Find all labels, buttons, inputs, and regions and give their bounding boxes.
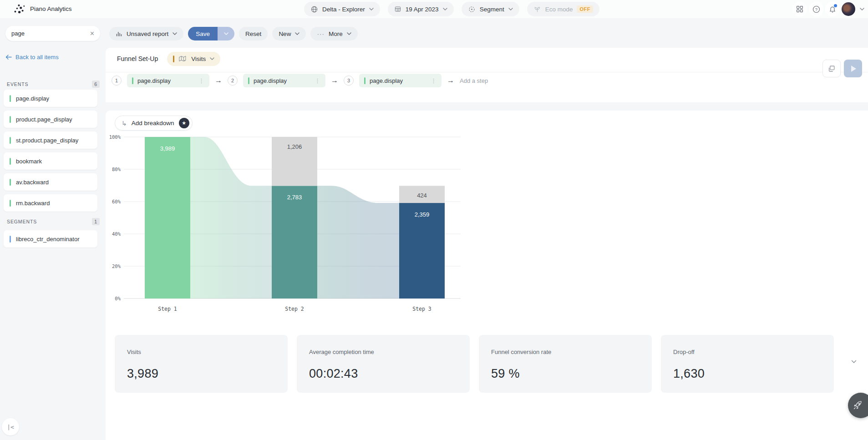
collapse-sidebar-button[interactable]: |<	[2, 418, 19, 435]
segment-item[interactable]: libreco_ctr_denominator	[4, 230, 97, 248]
metric-label: Funnel conversion rate	[491, 349, 640, 355]
segment-selector[interactable]: Segment	[462, 2, 519, 16]
event-item[interactable]: product.page_display	[4, 111, 97, 128]
more-dots: ···	[317, 30, 325, 37]
funnel-bar-step1[interactable]	[145, 137, 190, 298]
notification-dot	[834, 4, 837, 7]
date-selector[interactable]: 19 Apr 2023	[388, 2, 454, 16]
save-split-button: Save	[188, 27, 234, 40]
metric-value: 59 %	[491, 367, 640, 381]
main-area: Unsaved report Save Reset New ··· More F…	[106, 18, 868, 440]
top-bar: Piano Analytics Delta - Explorer 19 Apr …	[0, 0, 868, 18]
metric-card-conversion-rate: Funnel conversion rate 59 %	[479, 335, 652, 393]
event-accent-bar	[10, 95, 11, 102]
metric-card-drop-off: Drop-off 1,630	[661, 335, 834, 393]
clear-search-icon[interactable]: ×	[90, 30, 94, 37]
reset-button[interactable]: Reset	[239, 27, 268, 40]
run-funnel-button[interactable]	[844, 60, 862, 77]
x-axis-label: Step 3	[412, 306, 431, 312]
funnel-chart: 100%80%60%40%20%0%3,989Step 12,7831,206S…	[106, 133, 588, 315]
metric-accent-bar	[173, 56, 174, 62]
events-count-badge: 6	[92, 81, 100, 88]
svg-text:?: ?	[815, 6, 817, 11]
report-name-selector[interactable]: Unsaved report	[109, 27, 183, 40]
event-label: av.backward	[16, 179, 49, 186]
sidebar-search: ×	[5, 26, 100, 41]
funnel-flow	[190, 137, 272, 298]
duplicate-button[interactable]	[822, 60, 841, 77]
funnel-bar-step2[interactable]	[272, 186, 317, 298]
event-item[interactable]: bookmark	[4, 152, 97, 170]
breakdown-arrow-icon: ↳	[122, 120, 127, 127]
step-menu-icon[interactable]: ⋮	[198, 77, 204, 84]
event-item[interactable]: av.backward	[4, 173, 97, 191]
add-step-button[interactable]: Add a step	[460, 77, 488, 84]
event-label: bookmark	[16, 158, 42, 165]
funnel-metric-selector[interactable]: Visits	[167, 52, 220, 66]
event-item[interactable]: page.display	[4, 90, 97, 107]
step-accent-bar	[248, 77, 249, 84]
metric-label: Drop-off	[673, 349, 822, 355]
x-axis-label: Step 1	[158, 306, 177, 312]
step-menu-icon[interactable]: ⋮	[431, 77, 437, 84]
event-label: rm.backward	[16, 200, 50, 207]
event-item[interactable]: st.product.page_display	[4, 131, 97, 149]
segment-target-icon	[468, 5, 476, 13]
help-button[interactable]: ?	[809, 2, 823, 16]
metric-card-completion-time: Average completion time 00:02:43	[297, 335, 470, 393]
event-label: st.product.page_display	[16, 137, 78, 144]
metric-value: 1,630	[673, 367, 822, 381]
chevron-down-icon	[295, 32, 299, 35]
expand-metrics-chevron-icon[interactable]	[851, 360, 857, 364]
dropoff-value-label: 424	[417, 192, 427, 199]
segments-section-header: SEGMENTS 1	[7, 218, 100, 225]
funnel-step[interactable]: page.display ⋮	[359, 74, 442, 87]
events-header-label: EVENTS	[7, 81, 28, 87]
apps-grid-button[interactable]	[792, 2, 807, 16]
account-chevron-icon[interactable]	[860, 8, 864, 10]
funnel-step[interactable]: page.display ⋮	[127, 74, 209, 87]
chevron-down-icon	[369, 8, 374, 10]
workspace-selector[interactable]: Delta - Explorer	[304, 2, 380, 16]
brand: Piano Analytics	[14, 3, 72, 15]
collapse-icon: |<	[7, 424, 14, 430]
play-icon	[851, 66, 856, 72]
back-link-label: Back to all items	[15, 54, 59, 61]
add-breakdown-button[interactable]: ↳ Add breakdown ★	[115, 116, 193, 131]
left-sidebar: × Back to all items EVENTS 6 page.displa…	[0, 18, 106, 440]
arrow-right-icon: →	[331, 76, 338, 85]
funnel-metric-label: Visits	[191, 56, 206, 62]
eco-mode-toggle[interactable]: Eco mode OFF	[527, 2, 599, 16]
eco-leaf-icon	[533, 5, 541, 13]
segment-accent-bar	[10, 236, 11, 243]
step-menu-icon[interactable]: ⋮	[315, 77, 320, 84]
event-accent-bar	[10, 137, 11, 144]
user-avatar[interactable]	[842, 2, 855, 16]
globe-icon	[310, 5, 318, 13]
back-to-all-items-link[interactable]: Back to all items	[5, 54, 59, 61]
calendar-icon	[394, 5, 401, 13]
new-button[interactable]: New	[272, 27, 306, 40]
segments-count-badge: 1	[92, 218, 100, 225]
metric-card-visits: Visits 3,989	[115, 335, 288, 393]
events-section-header: EVENTS 6	[7, 81, 100, 88]
workspace-label: Delta - Explorer	[322, 6, 365, 13]
new-label: New	[279, 30, 291, 37]
search-input[interactable]	[11, 30, 86, 37]
more-button[interactable]: ··· More	[310, 27, 357, 40]
funnel-setup-panel: Funnel Set-Up Visits	[106, 48, 868, 102]
event-item[interactable]: rm.backward	[4, 194, 97, 212]
add-breakdown-label: Add breakdown	[132, 120, 174, 126]
save-button[interactable]: Save	[188, 27, 218, 40]
chevron-down-icon	[347, 32, 351, 35]
chevron-down-icon	[224, 32, 228, 35]
funnel-chart-panel: ↳ Add breakdown ★ 100%80%60%40%20%0%3,98…	[106, 111, 868, 440]
metrics-cards-row: Visits 3,989 Average completion time 00:…	[115, 335, 834, 393]
apps-grid-icon	[796, 5, 804, 13]
chevron-down-icon	[210, 57, 214, 60]
segment-label: libreco_ctr_denominator	[16, 236, 79, 243]
top-bar-actions: ?	[792, 2, 864, 16]
notifications-button[interactable]	[825, 2, 840, 16]
funnel-step[interactable]: page.display ⋮	[243, 74, 325, 87]
save-options-button[interactable]	[218, 27, 234, 40]
